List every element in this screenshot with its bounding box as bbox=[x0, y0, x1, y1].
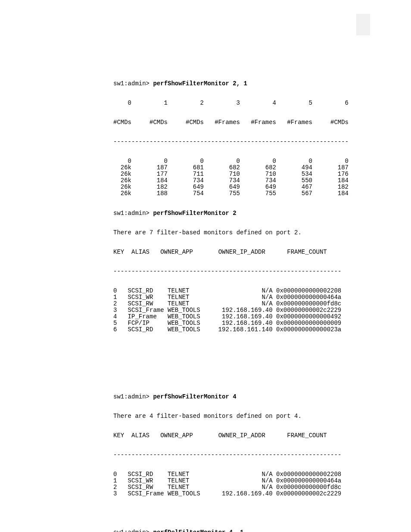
table-cell: 534 bbox=[276, 171, 312, 177]
table-cell: 188 bbox=[131, 190, 168, 197]
table-row: 6SCSI_RDWEB_TOOLS192.168.161.1400x000000… bbox=[113, 327, 361, 333]
table-row: 2SCSI_RWTELNETN/A0x000000000000fd8c bbox=[113, 484, 361, 491]
table-cell: N/A bbox=[204, 301, 273, 307]
table-row: 2SCSI_RWTELNETN/A0x000000000000fd8c bbox=[113, 301, 361, 307]
table-cell: 649 bbox=[168, 184, 204, 190]
command-line: sw1:admin> perfDelFilterMonitor 4, 1 bbox=[113, 529, 361, 532]
table-cell: TELNET bbox=[168, 478, 204, 484]
table-cell: 192.168.169.40 bbox=[204, 307, 273, 314]
table-cell: 710 bbox=[204, 171, 240, 177]
table-cell: 494 bbox=[276, 165, 312, 171]
command-line: sw1:admin> perfShowFilterMonitor 2, 1 bbox=[113, 81, 361, 87]
table-cell: 1 bbox=[113, 478, 121, 484]
col-index: 6 bbox=[312, 100, 349, 106]
table-cell: SCSI_RD bbox=[121, 327, 168, 333]
table-cell: 0 bbox=[204, 158, 240, 165]
table-cell: 755 bbox=[240, 190, 276, 197]
table-cell: 177 bbox=[131, 171, 168, 177]
table-cell: 649 bbox=[240, 184, 276, 190]
table-cell: 5 bbox=[113, 320, 121, 327]
table-cell: 734 bbox=[168, 177, 204, 184]
table-cell: 710 bbox=[240, 171, 276, 177]
table-cell: SCSI_RW bbox=[121, 301, 168, 307]
table-row: 26k177711710710534176 bbox=[113, 171, 361, 177]
table-cell: 467 bbox=[276, 184, 312, 190]
table-cell: 187 bbox=[131, 165, 168, 171]
col-index: 4 bbox=[240, 100, 276, 106]
table-row: 26k182649649649467182 bbox=[113, 184, 361, 190]
table-cell: 0 bbox=[113, 158, 131, 165]
table-row: 26k188754755755567184 bbox=[113, 190, 361, 197]
table-cell: 754 bbox=[168, 190, 204, 197]
table-cell: TELNET bbox=[168, 294, 204, 301]
table-cell: 0x000000000000023a bbox=[273, 327, 342, 333]
divider: ----------------------------------------… bbox=[113, 452, 361, 458]
table-cell: SCSI_RD bbox=[121, 471, 168, 478]
table-cell: N/A bbox=[204, 484, 273, 491]
page-corner-marker bbox=[356, 14, 370, 35]
table-cell: 176 bbox=[312, 171, 349, 177]
terminal-output-block-1: sw1:admin> perfShowFilterMonitor 2, 1 0 … bbox=[113, 68, 361, 210]
table-row: 26k187681682682494187 bbox=[113, 165, 361, 171]
table-cell: 26k bbox=[113, 184, 131, 190]
table-row: 3SCSI_FrameWEB_TOOLS192.168.169.400x0000… bbox=[113, 491, 361, 497]
table-cell: 4 bbox=[113, 314, 121, 320]
col-label: #Frames bbox=[276, 119, 312, 126]
table-cell: 184 bbox=[312, 177, 349, 184]
divider: ----------------------------------------… bbox=[113, 139, 361, 145]
command-line: sw1:admin> perfShowFilterMonitor 4 bbox=[113, 394, 361, 400]
table-cell: SCSI_Frame bbox=[121, 491, 168, 497]
col-label: #CMDs bbox=[131, 119, 168, 126]
table-cell: 6 bbox=[113, 327, 121, 333]
table-cell: 0x0000000000002208 bbox=[273, 288, 342, 294]
table-cell: 192.168.161.140 bbox=[204, 327, 273, 333]
table-cell: 182 bbox=[131, 184, 168, 190]
table-cell: SCSI_Frame bbox=[121, 307, 168, 314]
table-cell: 0x000000000000464a bbox=[273, 294, 342, 301]
prompt: sw1:admin> bbox=[113, 393, 153, 400]
table-cell: 182 bbox=[312, 184, 349, 190]
document-page: sw1:admin> perfShowFilterMonitor 2, 1 0 … bbox=[0, 0, 411, 532]
table-cell: 682 bbox=[204, 165, 240, 171]
table-cell: 192.168.169.40 bbox=[204, 491, 273, 497]
col-index: 2 bbox=[168, 100, 204, 106]
command-line: sw1:admin> perfShowFilterMonitor 2 bbox=[113, 210, 361, 217]
table-row: 5FCP/IPWEB_TOOLS192.168.169.400x00000000… bbox=[113, 320, 361, 327]
table-cell: WEB_TOOLS bbox=[168, 307, 204, 314]
table-cell: 3 bbox=[113, 307, 121, 314]
table-cell: TELNET bbox=[168, 484, 204, 491]
table-cell: 0 bbox=[168, 158, 204, 165]
table-cell: 0x0000000000000492 bbox=[273, 314, 342, 320]
table-cell: 26k bbox=[113, 171, 131, 177]
table-cell: 711 bbox=[168, 171, 204, 177]
table-cell: SCSI_RW bbox=[121, 484, 168, 491]
table-cell: 0x000000000000fd8c bbox=[273, 301, 342, 307]
table-row: 26k184734734734550184 bbox=[113, 177, 361, 184]
table-cell: 649 bbox=[204, 184, 240, 190]
table-row: 3SCSI_FrameWEB_TOOLS192.168.169.400x0000… bbox=[113, 307, 361, 314]
intro-text: There are 4 filter-based monitors define… bbox=[113, 413, 361, 420]
table-header-row: #CMDs #CMDs #CMDs #Frames #Frames #Frame… bbox=[113, 119, 361, 126]
table-cell: 0 bbox=[312, 158, 349, 165]
terminal-output-block-3: sw1:admin> perfShowFilterMonitor 4 There… bbox=[113, 381, 361, 532]
table-cell: N/A bbox=[204, 294, 273, 301]
table-cell: 2 bbox=[113, 301, 121, 307]
table-cell: 2 bbox=[113, 484, 121, 491]
table-row: 0SCSI_RDTELNETN/A0x0000000000002208 bbox=[113, 288, 361, 294]
table-header: KEY ALIAS OWNER_APP OWNER_IP_ADDR FRAME_… bbox=[113, 432, 361, 439]
table-row: 0000000 bbox=[113, 158, 361, 165]
table-cell: 184 bbox=[312, 190, 349, 197]
table-cell: 0x0000000000000009 bbox=[273, 320, 342, 327]
table-cell: N/A bbox=[204, 288, 273, 294]
intro-text: There are 7 filter-based monitors define… bbox=[113, 230, 361, 236]
table-cell: 0x000000000000464a bbox=[273, 478, 342, 484]
prompt: sw1:admin> bbox=[113, 529, 153, 532]
table-row: 1SCSI_WRTELNETN/A0x000000000000464a bbox=[113, 294, 361, 301]
col-label: #Frames bbox=[240, 119, 276, 126]
table-cell: SCSI_WR bbox=[121, 294, 168, 301]
col-index: 1 bbox=[131, 100, 168, 106]
table-cell: 567 bbox=[276, 190, 312, 197]
table-cell: 0 bbox=[113, 471, 121, 478]
table-body: 0SCSI_RDTELNETN/A0x00000000000022081SCSI… bbox=[113, 288, 361, 333]
table-cell: 1 bbox=[113, 294, 121, 301]
